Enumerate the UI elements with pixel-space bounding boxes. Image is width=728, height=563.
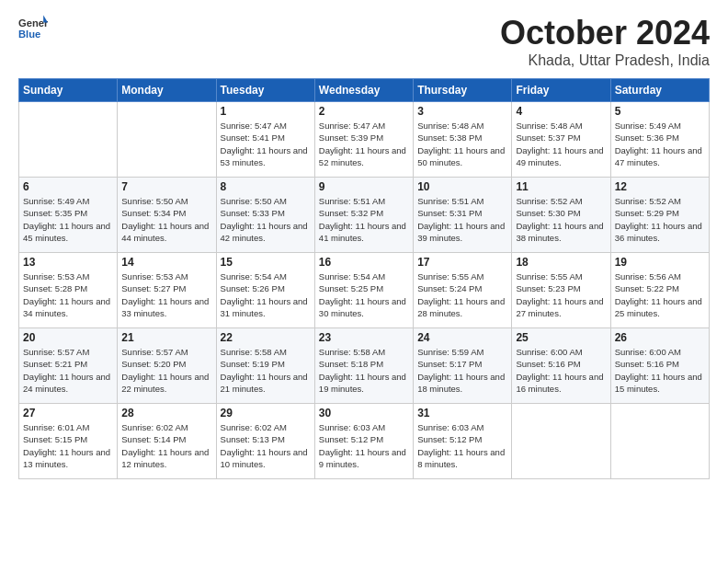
day-info: Sunrise: 6:00 AMSunset: 5:16 PMDaylight:…	[615, 346, 705, 395]
col-wednesday: Wednesday	[314, 79, 413, 102]
day-info: Sunrise: 6:02 AMSunset: 5:13 PMDaylight:…	[221, 421, 311, 470]
col-monday: Monday	[118, 79, 216, 102]
day-cell: 29 Sunrise: 6:02 AMSunset: 5:13 PMDaylig…	[216, 404, 314, 479]
day-number: 9	[319, 180, 409, 193]
day-info: Sunrise: 5:50 AMSunset: 5:33 PMDaylight:…	[221, 195, 311, 244]
day-number: 15	[221, 256, 311, 269]
day-info: Sunrise: 5:49 AMSunset: 5:35 PMDaylight:…	[23, 195, 113, 244]
day-info: Sunrise: 5:56 AMSunset: 5:22 PMDaylight:…	[615, 270, 705, 319]
day-number: 24	[417, 331, 507, 344]
day-info: Sunrise: 5:57 AMSunset: 5:20 PMDaylight:…	[121, 346, 211, 395]
day-cell: 24 Sunrise: 5:59 AMSunset: 5:17 PMDaylig…	[414, 328, 512, 404]
day-info: Sunrise: 5:55 AMSunset: 5:23 PMDaylight:…	[516, 270, 606, 319]
col-friday: Friday	[512, 79, 610, 102]
day-cell: 11 Sunrise: 5:52 AMSunset: 5:30 PMDaylig…	[512, 178, 610, 253]
day-cell: 9 Sunrise: 5:51 AMSunset: 5:32 PMDayligh…	[314, 178, 413, 253]
day-cell: 26 Sunrise: 6:00 AMSunset: 5:16 PMDaylig…	[610, 328, 709, 404]
day-info: Sunrise: 5:58 AMSunset: 5:19 PMDaylight:…	[221, 346, 311, 395]
day-number: 23	[319, 331, 409, 344]
day-cell	[610, 404, 709, 479]
day-cell: 12 Sunrise: 5:52 AMSunset: 5:29 PMDaylig…	[610, 178, 709, 253]
day-info: Sunrise: 5:53 AMSunset: 5:27 PMDaylight:…	[121, 270, 211, 319]
day-number: 4	[516, 105, 606, 118]
day-info: Sunrise: 5:53 AMSunset: 5:28 PMDaylight:…	[23, 270, 113, 319]
day-cell: 20 Sunrise: 5:57 AMSunset: 5:21 PMDaylig…	[19, 328, 118, 404]
week-row-3: 20 Sunrise: 5:57 AMSunset: 5:21 PMDaylig…	[19, 328, 710, 404]
day-number: 12	[615, 180, 705, 193]
day-info: Sunrise: 6:00 AMSunset: 5:16 PMDaylight:…	[516, 346, 606, 395]
svg-text:Blue: Blue	[18, 29, 40, 40]
day-number: 30	[319, 407, 409, 419]
day-info: Sunrise: 5:47 AMSunset: 5:39 PMDaylight:…	[319, 120, 409, 168]
day-cell: 25 Sunrise: 6:00 AMSunset: 5:16 PMDaylig…	[512, 328, 610, 404]
day-info: Sunrise: 5:58 AMSunset: 5:18 PMDaylight:…	[319, 346, 409, 395]
day-cell: 31 Sunrise: 6:03 AMSunset: 5:12 PMDaylig…	[414, 404, 512, 479]
day-number: 29	[221, 407, 311, 419]
day-cell: 19 Sunrise: 5:56 AMSunset: 5:22 PMDaylig…	[610, 253, 709, 328]
week-row-2: 13 Sunrise: 5:53 AMSunset: 5:28 PMDaylig…	[19, 253, 710, 328]
day-cell	[19, 102, 118, 178]
week-row-0: 1 Sunrise: 5:47 AMSunset: 5:41 PMDayligh…	[19, 102, 710, 178]
day-cell: 28 Sunrise: 6:02 AMSunset: 5:14 PMDaylig…	[118, 404, 216, 479]
day-number: 27	[23, 407, 113, 419]
day-cell: 1 Sunrise: 5:47 AMSunset: 5:41 PMDayligh…	[216, 102, 314, 178]
day-cell: 22 Sunrise: 5:58 AMSunset: 5:19 PMDaylig…	[216, 328, 314, 404]
logo: General Blue	[18, 14, 51, 43]
day-number: 16	[319, 256, 409, 269]
week-row-1: 6 Sunrise: 5:49 AMSunset: 5:35 PMDayligh…	[19, 178, 710, 253]
day-info: Sunrise: 5:48 AMSunset: 5:37 PMDaylight:…	[516, 120, 606, 168]
day-info: Sunrise: 5:49 AMSunset: 5:36 PMDaylight:…	[615, 120, 705, 168]
day-number: 10	[417, 180, 507, 193]
day-number: 14	[121, 256, 211, 269]
day-number: 7	[121, 180, 211, 193]
day-number: 8	[221, 180, 311, 193]
day-cell	[118, 102, 216, 178]
day-cell: 5 Sunrise: 5:49 AMSunset: 5:36 PMDayligh…	[610, 102, 709, 178]
day-info: Sunrise: 5:52 AMSunset: 5:29 PMDaylight:…	[615, 195, 705, 244]
day-cell: 16 Sunrise: 5:54 AMSunset: 5:25 PMDaylig…	[314, 253, 413, 328]
day-number: 1	[221, 105, 311, 118]
day-number: 26	[615, 331, 705, 344]
day-cell: 4 Sunrise: 5:48 AMSunset: 5:37 PMDayligh…	[512, 102, 610, 178]
month-title: October 2024	[500, 14, 710, 52]
day-cell: 18 Sunrise: 5:55 AMSunset: 5:23 PMDaylig…	[512, 253, 610, 328]
day-number: 13	[23, 256, 113, 269]
col-thursday: Thursday	[414, 79, 512, 102]
week-row-4: 27 Sunrise: 6:01 AMSunset: 5:15 PMDaylig…	[19, 404, 710, 479]
day-number: 11	[516, 180, 606, 193]
col-tuesday: Tuesday	[216, 79, 314, 102]
day-info: Sunrise: 6:01 AMSunset: 5:15 PMDaylight:…	[23, 421, 113, 470]
col-saturday: Saturday	[610, 79, 709, 102]
day-number: 19	[615, 256, 705, 269]
day-number: 28	[121, 407, 211, 419]
day-info: Sunrise: 5:51 AMSunset: 5:32 PMDaylight:…	[319, 195, 409, 244]
logo-icon: General Blue	[18, 14, 48, 43]
calendar-table: Sunday Monday Tuesday Wednesday Thursday…	[18, 78, 710, 479]
day-number: 6	[23, 180, 113, 193]
day-cell: 8 Sunrise: 5:50 AMSunset: 5:33 PMDayligh…	[216, 178, 314, 253]
day-number: 5	[615, 105, 705, 118]
header: General Blue October 2024 Khada, Uttar P…	[18, 14, 710, 69]
col-sunday: Sunday	[19, 79, 118, 102]
day-number: 2	[319, 105, 409, 118]
day-cell: 27 Sunrise: 6:01 AMSunset: 5:15 PMDaylig…	[19, 404, 118, 479]
location-title: Khada, Uttar Pradesh, India	[500, 52, 710, 69]
day-info: Sunrise: 5:54 AMSunset: 5:26 PMDaylight:…	[221, 270, 311, 319]
day-cell: 15 Sunrise: 5:54 AMSunset: 5:26 PMDaylig…	[216, 253, 314, 328]
day-cell: 30 Sunrise: 6:03 AMSunset: 5:12 PMDaylig…	[314, 404, 413, 479]
day-info: Sunrise: 5:48 AMSunset: 5:38 PMDaylight:…	[417, 120, 507, 168]
day-info: Sunrise: 5:52 AMSunset: 5:30 PMDaylight:…	[516, 195, 606, 244]
day-info: Sunrise: 5:51 AMSunset: 5:31 PMDaylight:…	[417, 195, 507, 244]
day-cell	[512, 404, 610, 479]
day-number: 31	[417, 407, 507, 419]
day-info: Sunrise: 6:03 AMSunset: 5:12 PMDaylight:…	[417, 421, 507, 470]
day-number: 18	[516, 256, 606, 269]
day-cell: 7 Sunrise: 5:50 AMSunset: 5:34 PMDayligh…	[118, 178, 216, 253]
day-number: 25	[516, 331, 606, 344]
day-number: 3	[417, 105, 507, 118]
day-cell: 3 Sunrise: 5:48 AMSunset: 5:38 PMDayligh…	[414, 102, 512, 178]
day-info: Sunrise: 5:57 AMSunset: 5:21 PMDaylight:…	[23, 346, 113, 395]
day-info: Sunrise: 5:47 AMSunset: 5:41 PMDaylight:…	[221, 120, 311, 168]
day-number: 22	[221, 331, 311, 344]
day-cell: 6 Sunrise: 5:49 AMSunset: 5:35 PMDayligh…	[19, 178, 118, 253]
